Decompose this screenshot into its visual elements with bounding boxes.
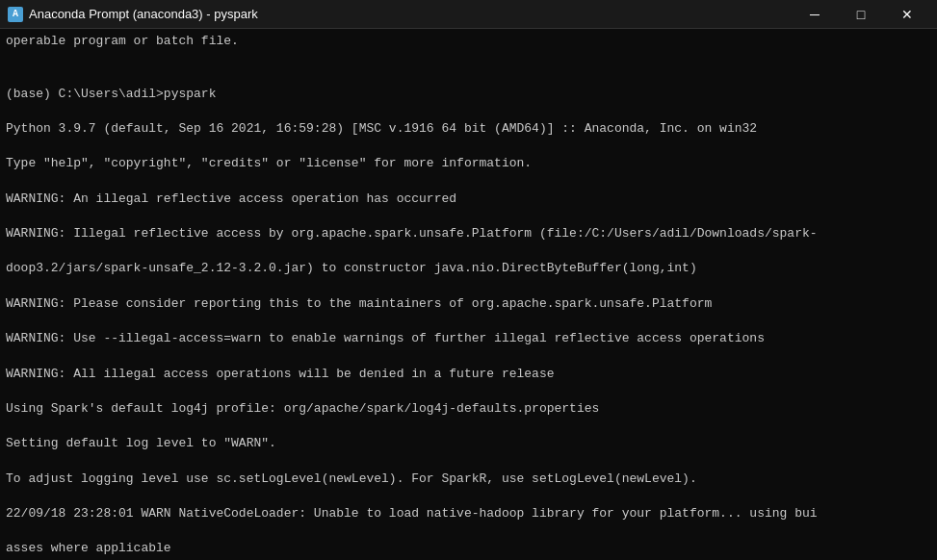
terminal-line: Type "help", "copyright", "credits" or "… bbox=[6, 155, 931, 172]
terminal-output[interactable]: operable program or batch file. (base) C… bbox=[0, 29, 937, 560]
title-bar: A Anaconda Prompt (anaconda3) - pyspark … bbox=[0, 0, 937, 29]
anaconda-prompt-window: A Anaconda Prompt (anaconda3) - pyspark … bbox=[0, 0, 937, 560]
window-controls: ─ □ ✕ bbox=[793, 0, 929, 29]
terminal-line: operable program or batch file. bbox=[6, 33, 931, 50]
app-icon: A bbox=[8, 7, 23, 22]
terminal-line: Setting default log level to "WARN". bbox=[6, 435, 931, 452]
terminal-line: Python 3.9.7 (default, Sep 16 2021, 16:5… bbox=[6, 120, 931, 138]
terminal-line: To adjust logging level use sc.setLogLev… bbox=[6, 471, 931, 488]
terminal-line: WARNING: An illegal reflective access op… bbox=[6, 191, 931, 208]
terminal-line: (base) C:\Users\adil>pyspark bbox=[6, 86, 931, 103]
app-icon-letter: A bbox=[13, 9, 18, 19]
minimize-button[interactable]: ─ bbox=[793, 0, 837, 29]
terminal-line: Using Spark's default log4j profile: org… bbox=[6, 400, 931, 418]
close-button[interactable]: ✕ bbox=[885, 0, 929, 29]
window-title: Anaconda Prompt (anaconda3) - pyspark bbox=[29, 7, 793, 21]
terminal-line: asses where applicable bbox=[6, 540, 931, 557]
terminal-line: doop3.2/jars/spark-unsafe_2.12-3.2.0.jar… bbox=[6, 260, 931, 277]
terminal-line: WARNING: Please consider reporting this … bbox=[6, 295, 931, 313]
maximize-button[interactable]: □ bbox=[839, 0, 883, 29]
terminal-line: WARNING: Illegal reflective access by or… bbox=[6, 225, 931, 242]
terminal-line: 22/09/18 23:28:01 WARN NativeCodeLoader:… bbox=[6, 505, 931, 522]
terminal-line: WARNING: Use --illegal-access=warn to en… bbox=[6, 330, 931, 347]
terminal-line: WARNING: All illegal access operations w… bbox=[6, 366, 931, 383]
